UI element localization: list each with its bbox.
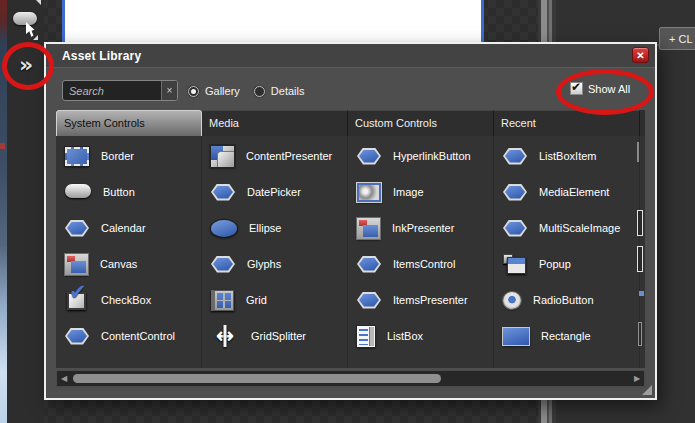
asset-item-label: Rectangle: [541, 330, 591, 342]
partial-asset-icon[interactable]: [637, 210, 643, 236]
scroll-left-arrow[interactable]: ◀: [57, 371, 71, 386]
asset-grid: BorderButtonCalendarCanvasCheckBoxConten…: [56, 136, 645, 368]
tab-custom-controls[interactable]: Custom Controls: [348, 110, 494, 136]
asset-column: HyperlinkButtonImageInkPresenterItemsCon…: [348, 136, 494, 368]
checkbox-icon: ✔: [570, 82, 583, 95]
clr-object-button[interactable]: + CL: [659, 27, 695, 50]
category-tabstrip: System Controls Media Custom Controls Re…: [56, 110, 645, 136]
hexagon-icon: [357, 256, 381, 273]
grid-icon: [211, 290, 234, 311]
partial-asset-icon[interactable]: [639, 291, 644, 296]
asset-item[interactable]: MediaElement: [494, 174, 639, 210]
asset-item-label: ItemsControl: [393, 258, 455, 270]
show-all-checkbox[interactable]: ✔ Show All: [570, 82, 630, 95]
artboard: [62, 0, 484, 43]
asset-item-label: HyperlinkButton: [393, 150, 471, 162]
asset-item-label: ListBox: [387, 330, 423, 342]
canvas-icon: [65, 254, 88, 275]
button-tool-icon: [13, 12, 37, 25]
rectangle-icon: [503, 328, 529, 345]
asset-item[interactable]: Calendar: [56, 210, 201, 246]
asset-item[interactable]: CheckBox: [56, 282, 201, 318]
partial-asset-icon[interactable]: [637, 142, 639, 162]
asset-item-label: ContentPresenter: [246, 150, 332, 162]
hexagon-icon: [357, 292, 381, 309]
tab-media[interactable]: Media: [202, 110, 348, 136]
asset-item-label: Image: [393, 186, 424, 198]
screen: » + CL Asset Library ✕ × Gallery Details: [0, 0, 695, 423]
search-box: ×: [62, 80, 178, 101]
asset-item[interactable]: Glyphs: [202, 246, 347, 282]
hexagon-icon: [357, 148, 381, 165]
gallery-radio-label: Gallery: [205, 85, 240, 97]
dialog-title: Asset Library: [62, 49, 141, 63]
tab-system-controls[interactable]: System Controls: [56, 110, 202, 136]
asset-item-label: InkPresenter: [392, 222, 454, 234]
scroll-right-arrow[interactable]: ▶: [630, 371, 644, 386]
asset-item-label: Ellipse: [249, 222, 281, 234]
checkbox-check-icon: ✔: [571, 80, 581, 94]
asset-item[interactable]: ItemsControl: [348, 246, 493, 282]
asset-column: ListBoxItemMediaElementMultiScaleImagePo…: [494, 136, 640, 368]
asset-item-label: RadioButton: [533, 294, 594, 306]
listbox-icon: [357, 326, 375, 347]
asset-item[interactable]: Grid: [202, 282, 347, 318]
asset-item[interactable]: Image: [348, 174, 493, 210]
checkbox-icon: [65, 289, 89, 311]
asset-item[interactable]: Rectangle: [494, 318, 639, 354]
asset-item[interactable]: RadioButton: [494, 282, 639, 318]
asset-item[interactable]: Button: [56, 174, 201, 210]
asset-item[interactable]: Border: [56, 138, 201, 174]
scrollbar-thumb[interactable]: [73, 374, 441, 383]
horizontal-scrollbar[interactable]: ◀ ▶: [56, 370, 645, 387]
gallery-radio-option[interactable]: Gallery: [188, 85, 240, 97]
radiobutton-icon: [503, 292, 521, 309]
asset-item-label: ItemsPresenter: [393, 294, 468, 306]
asset-item[interactable]: ContentPresenter: [202, 138, 347, 174]
radio-selected-icon: [188, 86, 199, 97]
asset-item[interactable]: Popup: [494, 246, 639, 282]
asset-item[interactable]: ContentControl: [56, 318, 201, 354]
hexagon-icon: [503, 184, 527, 201]
expand-panel-chevron-button[interactable]: »: [13, 52, 39, 78]
dialog-titlebar[interactable]: Asset Library ✕: [46, 44, 655, 68]
resize-grip[interactable]: [642, 385, 652, 395]
partial-asset-icon[interactable]: [638, 322, 642, 346]
details-radio-option[interactable]: Details: [254, 85, 305, 97]
asset-item[interactable]: ItemsPresenter: [348, 282, 493, 318]
asset-item[interactable]: ListBoxItem: [494, 138, 639, 174]
asset-item-label: Canvas: [100, 258, 137, 270]
clear-search-button[interactable]: ×: [161, 81, 177, 100]
asset-item-label: Button: [103, 186, 135, 198]
popup-icon: [503, 253, 527, 275]
partial-asset-icon[interactable]: [637, 246, 643, 272]
asset-item[interactable]: DatePicker: [202, 174, 347, 210]
button-icon: [65, 184, 91, 198]
asset-item[interactable]: Ellipse: [202, 210, 347, 246]
close-button[interactable]: ✕: [632, 47, 649, 63]
asset-item[interactable]: InkPresenter: [348, 210, 493, 246]
image-icon: [357, 183, 381, 202]
asset-item[interactable]: Canvas: [56, 246, 201, 282]
asset-item[interactable]: GridSplitter: [202, 318, 347, 354]
asset-item-label: Glyphs: [247, 258, 281, 270]
tab-recent[interactable]: Recent: [494, 110, 640, 136]
asset-column: BorderButtonCalendarCanvasCheckBoxConten…: [56, 136, 202, 368]
content-presenter-icon: [211, 146, 234, 167]
hexagon-icon: [503, 220, 527, 237]
desktop-background-sliver: [0, 0, 7, 423]
show-all-label: Show All: [588, 83, 630, 95]
asset-item-label: Grid: [246, 294, 267, 306]
asset-item[interactable]: MultiScaleImage: [494, 210, 639, 246]
asset-item[interactable]: HyperlinkButton: [348, 138, 493, 174]
view-mode-radio-group: Gallery Details: [188, 81, 304, 101]
asset-item-label: DatePicker: [247, 186, 301, 198]
asset-column: ContentPresenterDatePickerEllipseGlyphsG…: [202, 136, 348, 368]
radio-unselected-icon: [254, 86, 265, 97]
asset-item-label: ContentControl: [101, 330, 175, 342]
ellipse-icon: [211, 220, 237, 237]
hexagon-icon: [503, 148, 527, 165]
asset-item-label: Calendar: [101, 222, 146, 234]
asset-item[interactable]: ListBox: [348, 318, 493, 354]
button-tool-button[interactable]: [10, 8, 40, 38]
